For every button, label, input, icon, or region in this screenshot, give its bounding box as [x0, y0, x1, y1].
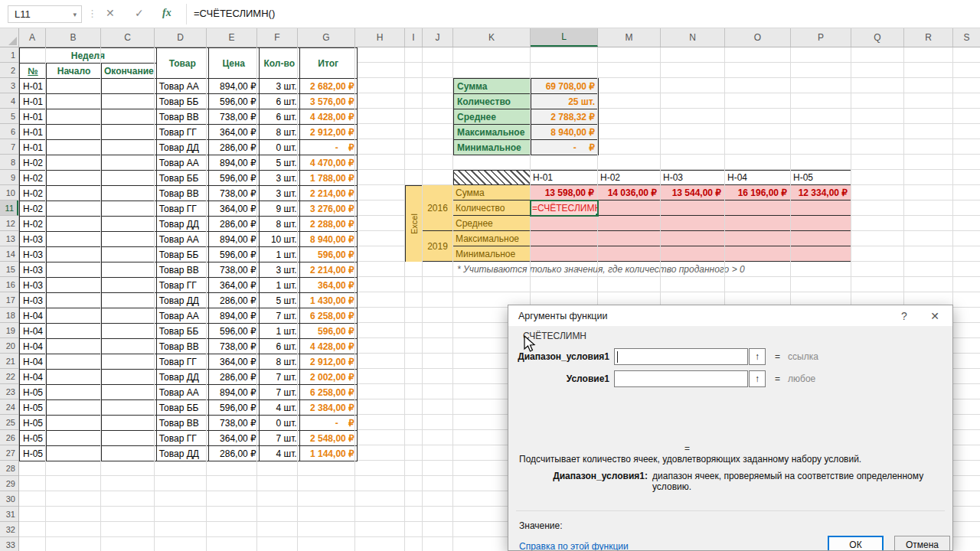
cell[interactable]: 1 788,00 ₽	[299, 171, 357, 186]
pivot-sum-value[interactable]: 12 334,00 ₽	[791, 185, 851, 201]
cell[interactable]: - ₽	[299, 140, 357, 155]
cell[interactable]: 894,00 ₽	[208, 155, 259, 171]
summary-value[interactable]: 69 708,00 ₽	[531, 79, 599, 94]
cell[interactable]: 15.10.2018	[47, 247, 102, 262]
cell[interactable]: 596,00 ₽	[299, 324, 357, 339]
cell[interactable]: 14.10.2018	[102, 155, 157, 171]
cell[interactable]: 286,00 ₽	[208, 217, 259, 232]
cell[interactable]: 08.10.2018	[47, 171, 102, 186]
cell[interactable]: Н-05	[20, 431, 47, 446]
pivot-empty-cell[interactable]	[598, 246, 661, 262]
cell[interactable]: 596,00 ₽	[299, 247, 357, 262]
pivot-empty-cell[interactable]	[598, 216, 661, 231]
pivot-row-label[interactable]: Среднее	[453, 216, 531, 231]
row-header-15[interactable]: 15	[0, 262, 18, 277]
cell[interactable]: Н-02	[20, 186, 47, 201]
cell[interactable]: 15.10.2018	[47, 293, 102, 308]
column-header-Q[interactable]: Q	[851, 28, 904, 47]
cell[interactable]: Товар ДД	[156, 446, 208, 461]
cell[interactable]: Н-02	[20, 217, 47, 232]
cell[interactable]: Товар ДД	[156, 217, 208, 232]
cell[interactable]: 2 384,00 ₽	[299, 400, 357, 416]
column-header-A[interactable]: A	[19, 28, 46, 47]
cell[interactable]: 8 940,00 ₽	[299, 232, 357, 247]
cell[interactable]: 364,00 ₽	[208, 201, 259, 217]
cell[interactable]: 596,00 ₽	[208, 171, 259, 186]
criteria-range-input[interactable]	[614, 348, 748, 365]
cell[interactable]: 9 шт.	[259, 201, 299, 217]
cell[interactable]: 22.10.2018	[47, 339, 102, 354]
cell[interactable]: 364,00 ₽	[208, 354, 259, 370]
criteria-range-picker-icon[interactable]: ↑	[749, 348, 766, 365]
cell[interactable]: 2 912,00 ₽	[299, 125, 357, 140]
cell[interactable]: Н-05	[20, 400, 47, 416]
cell[interactable]: 01.10.2018	[47, 79, 102, 94]
row-header-33[interactable]: 33	[0, 537, 18, 551]
header-product[interactable]: Товар	[156, 48, 208, 79]
cell[interactable]: Н-02	[20, 201, 47, 217]
column-header-L[interactable]: L	[531, 28, 598, 47]
row-header-10[interactable]: 10	[0, 185, 18, 201]
cell[interactable]: 738,00 ₽	[208, 339, 259, 354]
row-header-2[interactable]: 2	[0, 63, 18, 78]
cell[interactable]: Товар ББ	[156, 400, 208, 416]
cell[interactable]: 2 002,00 ₽	[299, 370, 357, 385]
column-header-D[interactable]: D	[155, 28, 207, 47]
cell[interactable]: 22.10.2018	[47, 354, 102, 370]
header-week-num[interactable]: №	[20, 64, 47, 79]
cell[interactable]: 738,00 ₽	[208, 109, 259, 125]
cell[interactable]: 8 шт.	[259, 354, 299, 370]
dialog-help-icon[interactable]: ?	[894, 309, 914, 323]
column-header-B[interactable]: B	[46, 28, 101, 47]
cell[interactable]: 07.10.2018	[102, 79, 157, 94]
cell[interactable]: 894,00 ₽	[208, 79, 259, 94]
summary-value[interactable]: - ₽	[531, 140, 599, 155]
cell[interactable]: 01.10.2018	[47, 109, 102, 125]
row-header-32[interactable]: 32	[0, 522, 18, 537]
row-header-12[interactable]: 12	[0, 216, 18, 231]
pivot-row-label[interactable]: Сумма	[453, 185, 531, 201]
pivot-empty-cell[interactable]	[598, 231, 661, 246]
cell[interactable]: 2 214,00 ₽	[299, 186, 357, 201]
row-header-14[interactable]: 14	[0, 246, 18, 262]
row-header-5[interactable]: 5	[0, 109, 18, 124]
cell[interactable]: Н-01	[20, 140, 47, 155]
cell[interactable]: 3 шт.	[259, 171, 299, 186]
row-header-17[interactable]: 17	[0, 292, 18, 308]
cell[interactable]: 894,00 ₽	[208, 308, 259, 324]
column-header-I[interactable]: I	[405, 28, 423, 47]
cell[interactable]: 738,00 ₽	[208, 186, 259, 201]
criteria1-picker-icon[interactable]: ↑	[749, 370, 766, 387]
cell[interactable]: 3 276,00 ₽	[299, 201, 357, 217]
column-header-R[interactable]: R	[904, 28, 953, 47]
cell[interactable]: 01.10.2018	[47, 94, 102, 109]
pivot-empty-cell[interactable]	[791, 216, 851, 231]
cell[interactable]: 286,00 ₽	[208, 370, 259, 385]
cell[interactable]: 15.10.2018	[47, 232, 102, 247]
row-header-3[interactable]: 3	[0, 78, 18, 93]
cell[interactable]: 14.10.2018	[102, 171, 157, 186]
row-header-1[interactable]: 1	[0, 47, 18, 63]
cell[interactable]: 596,00 ₽	[208, 400, 259, 416]
cell[interactable]: 01.10.2018	[47, 125, 102, 140]
cancel-button[interactable]: Отмена	[894, 536, 950, 551]
ok-button[interactable]: ОК	[828, 536, 884, 551]
summary-value[interactable]: 2 788,32 ₽	[531, 109, 599, 125]
cell[interactable]: 2 288,00 ₽	[299, 217, 357, 232]
pivot-empty-cell[interactable]	[661, 246, 725, 262]
pivot-row-label[interactable]: Минимальное	[453, 246, 531, 262]
cell[interactable]: Товар ВВ	[156, 416, 208, 431]
cell[interactable]: 07.10.2018	[102, 109, 157, 125]
column-header-P[interactable]: P	[791, 28, 851, 47]
cell[interactable]: Товар ГГ	[156, 201, 208, 217]
cell[interactable]: 14.10.2018	[102, 217, 157, 232]
cell[interactable]: 286,00 ₽	[208, 446, 259, 461]
row-header-27[interactable]: 27	[0, 445, 18, 461]
cell[interactable]: 3 шт.	[259, 262, 299, 278]
cell[interactable]: 08.10.2018	[47, 217, 102, 232]
header-qty[interactable]: Кол-во	[259, 48, 299, 79]
cell[interactable]: 1 144,00 ₽	[299, 446, 357, 461]
cell[interactable]: 7 шт.	[259, 308, 299, 324]
cell[interactable]: 10 шт.	[259, 232, 299, 247]
name-box[interactable]: L11 ▾	[8, 5, 82, 23]
